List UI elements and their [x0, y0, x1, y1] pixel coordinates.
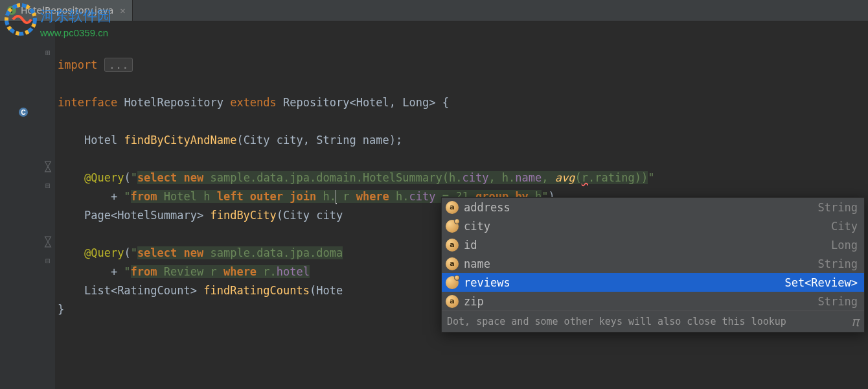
autocomplete-item[interactable]: city City [442, 217, 864, 235]
fold-collapse-icon[interactable]: ⊟ [43, 256, 52, 265]
interface-file-icon: I [6, 5, 17, 16]
autocomplete-item-selected[interactable]: reviews Set<Review> [442, 273, 864, 292]
fold-hourglass-icon[interactable] [43, 237, 52, 246]
autocomplete-item[interactable]: a name String [442, 254, 864, 273]
tab-filename: HotelRepository.java [21, 5, 113, 16]
pi-icon[interactable]: π [851, 314, 859, 329]
autocomplete-item[interactable]: a zip String [442, 292, 864, 311]
property-icon [446, 276, 459, 289]
fold-expand-icon[interactable]: ⊞ [43, 48, 52, 57]
svg-text:C: C [21, 109, 25, 116]
autocomplete-item[interactable]: a id Long [442, 235, 864, 254]
tab-bar: I HotelRepository.java ✕ [0, 0, 868, 21]
field-icon: a [446, 295, 459, 308]
autocomplete-footer: Dot, space and some other keys will also… [442, 311, 864, 332]
field-icon: a [446, 257, 459, 270]
svg-text:I: I [10, 6, 12, 14]
gutter: ⊞ C ⊟ ⊟ [0, 21, 55, 389]
autocomplete-item[interactable]: a address String [442, 198, 864, 217]
fold-collapse-icon[interactable]: ⊟ [43, 181, 52, 190]
file-tab[interactable]: I HotelRepository.java ✕ [0, 0, 133, 21]
field-icon: a [446, 239, 459, 252]
close-icon[interactable]: ✕ [120, 5, 125, 16]
import-fold[interactable]: ... [104, 58, 133, 72]
fold-hourglass-icon[interactable] [43, 162, 52, 171]
property-icon [446, 220, 459, 233]
autocomplete-popup: a address String city City a id Long a n… [441, 197, 865, 333]
field-icon: a [446, 201, 459, 214]
override-icon[interactable]: C [16, 104, 31, 120]
